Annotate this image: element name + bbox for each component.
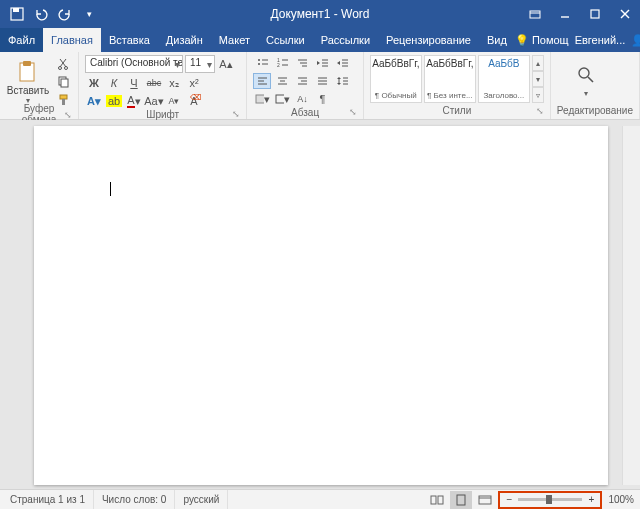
style-heading1[interactable]: АаБбВЗаголово... (478, 55, 530, 103)
copy-button[interactable] (54, 73, 72, 89)
style-normal[interactable]: АаБбВвГг,¶ Обычный (370, 55, 422, 103)
multilevel-button[interactable] (293, 55, 311, 71)
document-area (0, 120, 640, 489)
font-color-button[interactable]: A▾ (125, 93, 143, 109)
superscript-button[interactable]: x² (185, 75, 203, 91)
zoom-in-button[interactable]: + (584, 494, 598, 505)
svg-point-16 (258, 59, 260, 61)
status-words[interactable]: Число слов: 0 (94, 490, 175, 509)
save-button[interactable] (6, 3, 28, 25)
font-dialog-icon[interactable]: ⤡ (232, 109, 240, 119)
bullets-button[interactable] (253, 55, 271, 71)
quick-access-toolbar: ▾ (0, 3, 100, 25)
vertical-scrollbar[interactable] (622, 126, 640, 485)
redo-button[interactable] (54, 3, 76, 25)
ribbon-tabs: Файл Главная Вставка Дизайн Макет Ссылки… (0, 28, 640, 52)
document-page[interactable] (34, 126, 608, 485)
read-mode-button[interactable] (426, 491, 448, 509)
tab-references[interactable]: Ссылки (258, 28, 313, 52)
justify-button[interactable] (313, 73, 331, 89)
web-layout-button[interactable] (474, 491, 496, 509)
shrink-font-button[interactable]: A▾ (165, 93, 183, 109)
tab-design[interactable]: Дизайн (158, 28, 211, 52)
clear-format-button[interactable]: A⌫ (185, 93, 203, 109)
shading-button[interactable]: ▾ (253, 91, 271, 107)
font-name-combo[interactable]: Calibri (Основной тек▾ (85, 55, 183, 73)
more-icon: ▿ (532, 87, 544, 103)
italic-button[interactable]: К (105, 75, 123, 91)
ribbon-display-button[interactable] (520, 0, 550, 28)
font-size-combo[interactable]: 11▾ (185, 55, 215, 73)
svg-rect-56 (479, 496, 491, 504)
svg-rect-50 (276, 95, 284, 103)
style-no-spacing[interactable]: АаБбВвГг,¶ Без инте... (424, 55, 476, 103)
highlight-button[interactable]: ab (105, 93, 123, 109)
svg-rect-5 (591, 10, 599, 18)
tab-review[interactable]: Рецензирование (378, 28, 479, 52)
svg-point-10 (58, 66, 61, 69)
paste-button[interactable]: Вставить ▾ (6, 55, 50, 107)
svg-text:2: 2 (277, 62, 280, 68)
tab-view[interactable]: Вид (479, 28, 515, 52)
group-label-styles: Стили (442, 105, 471, 116)
clipboard-dialog-icon[interactable]: ⤡ (64, 110, 72, 120)
paragraph-dialog-icon[interactable]: ⤡ (349, 107, 357, 117)
svg-rect-14 (60, 95, 67, 99)
ribbon: Вставить ▾ Буфер обмена⤡ Calibri (Основн… (0, 52, 640, 120)
zoom-thumb[interactable] (546, 495, 552, 504)
text-effects-button[interactable]: A▾ (85, 93, 103, 109)
underline-button[interactable]: Ч (125, 75, 143, 91)
user-account[interactable]: Евгений... (575, 34, 626, 46)
tab-file[interactable]: Файл (0, 28, 43, 52)
svg-point-18 (258, 63, 260, 65)
find-button[interactable]: ▾ (557, 55, 615, 103)
align-right-button[interactable] (293, 73, 311, 89)
close-button[interactable] (610, 0, 640, 28)
tab-home[interactable]: Главная (43, 28, 101, 52)
zoom-percent[interactable]: 100% (604, 494, 638, 505)
group-editing: ▾ Редактирование (551, 52, 640, 119)
qat-more-icon[interactable]: ▾ (78, 3, 100, 25)
align-center-button[interactable] (273, 73, 291, 89)
group-styles: АаБбВвГг,¶ Обычный АаБбВвГг,¶ Без инте..… (364, 52, 551, 119)
align-left-button[interactable] (253, 73, 271, 89)
status-page[interactable]: Страница 1 из 1 (2, 490, 94, 509)
minimize-button[interactable] (550, 0, 580, 28)
group-label-font: Шрифт (146, 109, 179, 120)
zoom-out-button[interactable]: − (502, 494, 516, 505)
show-marks-button[interactable]: ¶ (313, 91, 331, 107)
window-title: Документ1 - Word (270, 7, 369, 21)
bold-button[interactable]: Ж (85, 75, 103, 91)
change-case-button[interactable]: Aa▾ (145, 93, 163, 109)
status-language[interactable]: русский (175, 490, 228, 509)
styles-dialog-icon[interactable]: ⤡ (536, 106, 544, 116)
svg-rect-54 (438, 496, 443, 504)
zoom-slider[interactable] (518, 498, 582, 501)
maximize-button[interactable] (580, 0, 610, 28)
tab-mailings[interactable]: Рассылки (313, 28, 378, 52)
sort-button[interactable]: A↓ (293, 91, 311, 107)
tell-me-button[interactable]: 💡Помощ (515, 34, 569, 47)
person-icon: 👤 (631, 34, 640, 47)
borders-button[interactable]: ▾ (273, 91, 291, 107)
group-font: Calibri (Основной тек▾ 11▾ A▴ Ж К Ч abc … (79, 52, 247, 119)
svg-rect-55 (457, 495, 465, 505)
text-cursor (110, 182, 111, 196)
strike-button[interactable]: abc (145, 75, 163, 91)
grow-font-button[interactable]: A▴ (217, 56, 235, 72)
find-icon (572, 61, 600, 89)
cut-button[interactable] (54, 55, 72, 71)
line-spacing-button[interactable] (333, 73, 351, 89)
subscript-button[interactable]: x₂ (165, 75, 183, 91)
share-button[interactable]: 👤Общий доступ (631, 28, 640, 52)
decrease-indent-button[interactable] (313, 55, 331, 71)
style-gallery: АаБбВвГг,¶ Обычный АаБбВвГг,¶ Без инте..… (370, 55, 544, 103)
tab-layout[interactable]: Макет (211, 28, 258, 52)
group-label-editing: Редактирование (557, 105, 633, 116)
print-layout-button[interactable] (450, 491, 472, 509)
style-gallery-scroll[interactable]: ▴▾▿ (532, 55, 544, 103)
increase-indent-button[interactable] (333, 55, 351, 71)
undo-button[interactable] (30, 3, 52, 25)
tab-insert[interactable]: Вставка (101, 28, 158, 52)
numbering-button[interactable]: 12 (273, 55, 291, 71)
